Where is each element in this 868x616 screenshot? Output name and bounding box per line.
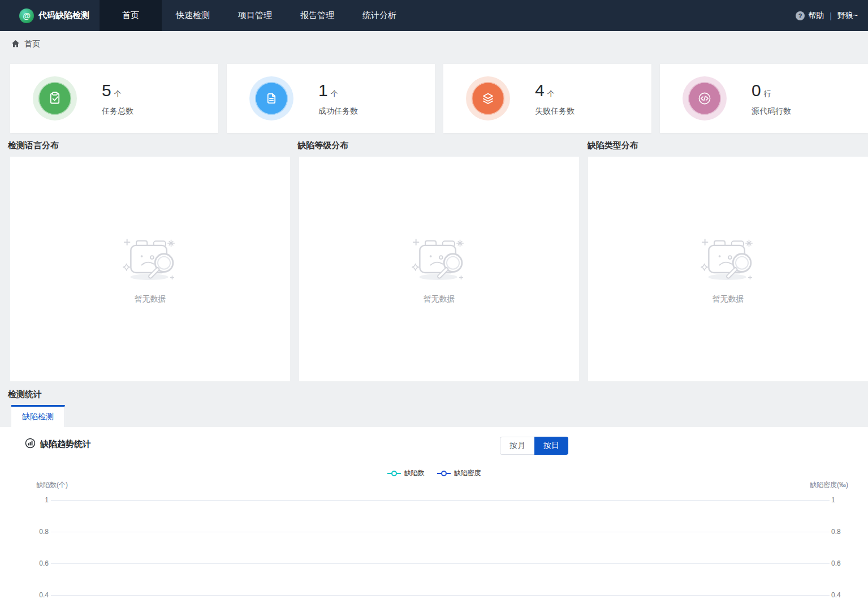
by-day-button[interactable]: 按日 [534,437,568,455]
defect-trend-card: 缺陷趋势统计 按月 按日 缺陷数 缺陷密度 缺陷数(个) 缺陷密度(‰) 1 1… [0,427,868,616]
legend-item-defect-density[interactable]: 缺陷密度 [437,468,481,478]
by-month-button[interactable]: 按月 [500,437,534,455]
period-toggle: 按月 按日 [500,437,568,455]
clipboard-check-icon [33,76,77,120]
distribution-panels-row: 暂无数据 暂无数据 [10,157,868,381]
y-tick-row: 0.8 0.8 [0,527,868,536]
top-navbar: @ 代码缺陷检测 首页 快速检测 项目管理 报告管理 统计分析 ? 帮助 | 野… [0,0,868,31]
y-tick-right: 0.4 [831,591,841,599]
panel-title-language-distribution: 检测语言分布 [8,139,288,151]
panel-language-distribution: 暂无数据 [10,157,290,381]
empty-state-text: 暂无数据 [135,294,166,304]
stat-label: 任务总数 [102,106,133,117]
empty-state-text: 暂无数据 [712,294,744,304]
tab-defect-detection[interactable]: 缺陷检测 [11,405,65,427]
y-tick-row: 1 1 [0,496,868,505]
stat-value: 5 [102,81,111,100]
stat-unit: 个 [114,89,122,99]
stat-card-success-tasks: 1 个 成功任务数 [227,64,435,133]
stat-card-source-lines: 0 行 源代码行数 [660,64,868,133]
legend-label: 缺陷数 [404,468,425,478]
stat-label: 成功任务数 [318,106,358,117]
username[interactable]: 野狼~ [837,11,858,21]
y-tick-right: 0.6 [831,559,841,567]
stat-unit: 个 [547,89,555,99]
y-tick-right: 1 [831,496,835,504]
nav-item-project-mgmt[interactable]: 项目管理 [224,0,286,31]
empty-state-illustration [122,234,179,282]
empty-state-illustration [411,234,468,282]
gridline [51,532,830,532]
stat-unit: 个 [331,89,338,99]
breadcrumb: 首页 [0,31,868,57]
gridline [51,563,830,564]
legend-item-defect-count[interactable]: 缺陷数 [387,468,425,478]
bar-chart-icon [25,438,36,451]
stat-value: 0 [752,81,761,100]
stat-label: 源代码行数 [752,106,791,117]
stat-value: 1 [318,81,328,100]
stat-value: 4 [535,81,545,100]
app-logo[interactable]: @ 代码缺陷检测 [0,0,100,31]
empty-state-text: 暂无数据 [424,294,455,304]
app-logo-icon: @ [19,8,34,23]
nav-item-quick-detect[interactable]: 快速检测 [162,0,224,31]
y-axis-right-label: 缺陷密度(‰) [810,480,848,490]
nav-item-statistics[interactable]: 统计分析 [348,0,411,31]
help-button[interactable]: ? 帮助 [796,11,824,21]
question-mark-icon: ? [796,11,805,20]
help-label: 帮助 [808,11,824,21]
y-tick-left: 1 [23,496,49,504]
y-tick-right: 0.8 [831,528,841,536]
panel-title-severity-distribution: 缺陷等级分布 [297,139,578,151]
stat-cards-row: 5 个 任务总数 1 个 成功任务数 [10,64,868,133]
y-tick-row: 0.6 0.6 [0,559,868,568]
nav-item-report-mgmt[interactable]: 报告管理 [286,0,348,31]
panel-severity-distribution: 暂无数据 [299,157,579,381]
main-nav: 首页 快速检测 项目管理 报告管理 统计分析 [100,0,411,31]
gridline [51,500,830,501]
y-tick-row: 0.4 0.4 [0,591,868,600]
y-tick-left: 0.4 [23,591,49,599]
line-marker-icon [387,471,401,476]
panel-type-distribution: 暂无数据 [588,157,868,381]
code-icon [683,76,727,120]
chart-legend: 缺陷数 缺陷密度 [0,468,868,478]
section-title-detection-stats: 检测统计 [8,388,868,400]
nav-item-home[interactable]: 首页 [100,0,162,31]
document-icon [249,76,293,120]
y-axis-left-label: 缺陷数(个) [36,480,68,490]
tabs-bar: 缺陷检测 [0,405,868,427]
trend-chart: 缺陷数(个) 缺陷密度(‰) 1 1 0.8 0.8 0.6 0.6 0.4 0… [0,480,868,616]
breadcrumb-home[interactable]: 首页 [24,39,40,49]
chart-title: 缺陷趋势统计 [40,439,91,450]
stat-label: 失败任务数 [535,106,575,117]
stat-card-failed-tasks: 4 个 失败任务数 [443,64,651,133]
legend-label: 缺陷密度 [454,468,481,478]
stat-unit: 行 [764,89,771,99]
line-marker-icon [437,471,451,476]
app-title: 代码缺陷检测 [38,10,89,21]
gridline [51,595,830,596]
layers-icon [466,76,510,120]
panel-title-type-distribution: 缺陷类型分布 [588,139,868,151]
empty-state-illustration [700,234,757,282]
y-tick-left: 0.6 [23,559,49,567]
stat-card-total-tasks: 5 个 任务总数 [10,64,218,133]
home-icon[interactable] [11,40,20,48]
y-tick-left: 0.8 [23,528,49,536]
divider: | [830,11,832,20]
